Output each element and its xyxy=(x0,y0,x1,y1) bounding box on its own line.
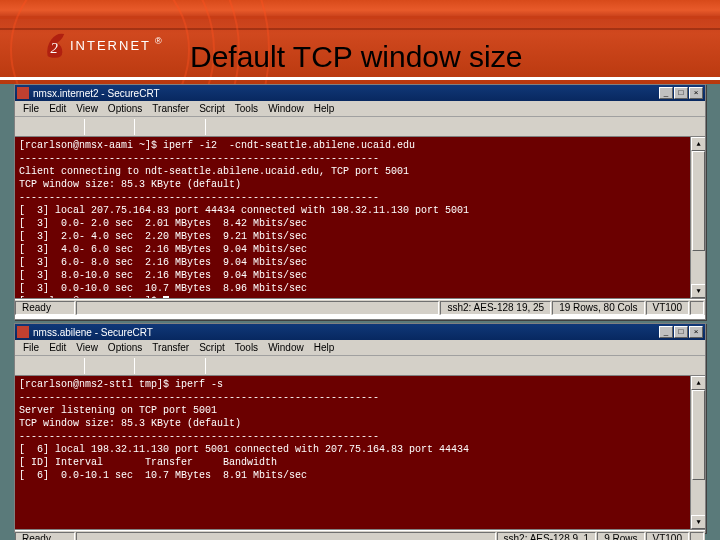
toolbar-button[interactable] xyxy=(211,119,229,135)
toolbar-button[interactable] xyxy=(19,358,37,374)
toolbar-button[interactable] xyxy=(40,358,58,374)
menu-script[interactable]: Script xyxy=(195,103,229,114)
status-cell: ssh2: AES-128 19, 25 xyxy=(440,301,551,315)
minimize-button[interactable]: _ xyxy=(659,326,673,338)
statusbar: Ready ssh2: AES-128 19, 25 19 Rows, 80 C… xyxy=(15,299,705,315)
scroll-thumb[interactable] xyxy=(692,390,705,480)
scroll-up-button[interactable]: ▲ xyxy=(691,137,705,151)
titlebar[interactable]: nmsx.internet2 - SecureCRT _ □ × xyxy=(15,85,705,101)
status-cell: VT100 xyxy=(646,301,689,315)
menu-tools[interactable]: Tools xyxy=(231,342,262,353)
toolbar xyxy=(15,356,705,376)
vertical-scrollbar[interactable]: ▲ ▼ xyxy=(690,137,705,298)
status-cell: 9 Rows xyxy=(597,532,644,541)
toolbar-button[interactable] xyxy=(211,358,229,374)
svg-text:2: 2 xyxy=(50,40,57,56)
status-cell: VT100 xyxy=(646,532,689,541)
toolbar-button[interactable] xyxy=(161,358,179,374)
scroll-thumb[interactable] xyxy=(692,151,705,251)
menu-window[interactable]: Window xyxy=(264,342,308,353)
vertical-scrollbar[interactable]: ▲ ▼ xyxy=(690,376,705,529)
toolbar-button[interactable] xyxy=(90,358,108,374)
terminal-output[interactable]: [rcarlson@nms2-sttl tmp]$ iperf -s -----… xyxy=(15,376,705,530)
menu-view[interactable]: View xyxy=(72,103,102,114)
toolbar-button[interactable] xyxy=(140,119,158,135)
status-grip xyxy=(690,532,704,541)
toolbar-button[interactable] xyxy=(182,119,200,135)
toolbar-button[interactable] xyxy=(61,358,79,374)
menu-file[interactable]: File xyxy=(19,342,43,353)
menu-file[interactable]: File xyxy=(19,103,43,114)
menu-window[interactable]: Window xyxy=(264,103,308,114)
status-grip xyxy=(690,301,704,315)
terminal-text: [rcarlson@nms2-sttl tmp]$ iperf -s -----… xyxy=(19,379,469,481)
status-ready: Ready xyxy=(15,532,75,541)
menu-edit[interactable]: Edit xyxy=(45,342,70,353)
menu-transfer[interactable]: Transfer xyxy=(148,103,193,114)
toolbar-button[interactable] xyxy=(182,358,200,374)
menu-tools[interactable]: Tools xyxy=(231,103,262,114)
app-icon xyxy=(17,326,29,338)
app-icon xyxy=(17,87,29,99)
toolbar-button[interactable] xyxy=(140,358,158,374)
scroll-down-button[interactable]: ▼ xyxy=(691,284,705,298)
toolbar-button[interactable] xyxy=(111,358,129,374)
logo-text: INTERNET xyxy=(70,38,151,53)
toolbar-button[interactable] xyxy=(111,119,129,135)
scroll-up-button[interactable]: ▲ xyxy=(691,376,705,390)
scroll-down-button[interactable]: ▼ xyxy=(691,515,705,529)
window-title: nmsx.internet2 - SecureCRT xyxy=(33,88,160,99)
menubar: File Edit View Options Transfer Script T… xyxy=(15,101,705,117)
status-cell: 19 Rows, 80 Cols xyxy=(552,301,644,315)
status-ready: Ready xyxy=(15,301,75,315)
statusbar: Ready ssh2: AES-128 9, 1 9 Rows VT100 xyxy=(15,530,705,540)
slide-header: 2 INTERNET ® Default TCP window size xyxy=(0,0,720,84)
toolbar-button[interactable] xyxy=(40,119,58,135)
minimize-button[interactable]: _ xyxy=(659,87,673,99)
menubar: File Edit View Options Transfer Script T… xyxy=(15,340,705,356)
toolbar-button[interactable] xyxy=(90,119,108,135)
menu-help[interactable]: Help xyxy=(310,103,339,114)
menu-script[interactable]: Script xyxy=(195,342,229,353)
toolbar-button[interactable] xyxy=(161,119,179,135)
menu-edit[interactable]: Edit xyxy=(45,103,70,114)
terminal-window-server: nmss.abilene - SecureCRT _ □ × File Edit… xyxy=(14,323,706,533)
cursor-icon xyxy=(163,296,169,299)
status-cell: ssh2: AES-128 9, 1 xyxy=(497,532,597,541)
internet2-logo: 2 INTERNET ® xyxy=(44,30,162,60)
titlebar[interactable]: nmss.abilene - SecureCRT _ □ × xyxy=(15,324,705,340)
toolbar xyxy=(15,117,705,137)
toolbar-button[interactable] xyxy=(61,119,79,135)
terminal-text: [rcarlson@nmsx-aami ~]$ iperf -i2 -cndt-… xyxy=(19,140,469,299)
logo-mark-icon: 2 xyxy=(44,30,66,60)
menu-transfer[interactable]: Transfer xyxy=(148,342,193,353)
menu-options[interactable]: Options xyxy=(104,342,146,353)
logo-registered: ® xyxy=(155,36,162,46)
close-button[interactable]: × xyxy=(689,326,703,338)
window-title: nmss.abilene - SecureCRT xyxy=(33,327,153,338)
menu-view[interactable]: View xyxy=(72,342,102,353)
terminal-output[interactable]: [rcarlson@nmsx-aami ~]$ iperf -i2 -cndt-… xyxy=(15,137,705,299)
maximize-button[interactable]: □ xyxy=(674,87,688,99)
slide-title: Default TCP window size xyxy=(190,40,522,74)
menu-options[interactable]: Options xyxy=(104,103,146,114)
toolbar-button[interactable] xyxy=(232,358,250,374)
menu-help[interactable]: Help xyxy=(310,342,339,353)
terminal-window-client: nmsx.internet2 - SecureCRT _ □ × File Ed… xyxy=(14,84,706,320)
desktop-area: nmsx.internet2 - SecureCRT _ □ × File Ed… xyxy=(0,84,720,540)
close-button[interactable]: × xyxy=(689,87,703,99)
toolbar-button[interactable] xyxy=(232,119,250,135)
toolbar-button[interactable] xyxy=(19,119,37,135)
maximize-button[interactable]: □ xyxy=(674,326,688,338)
